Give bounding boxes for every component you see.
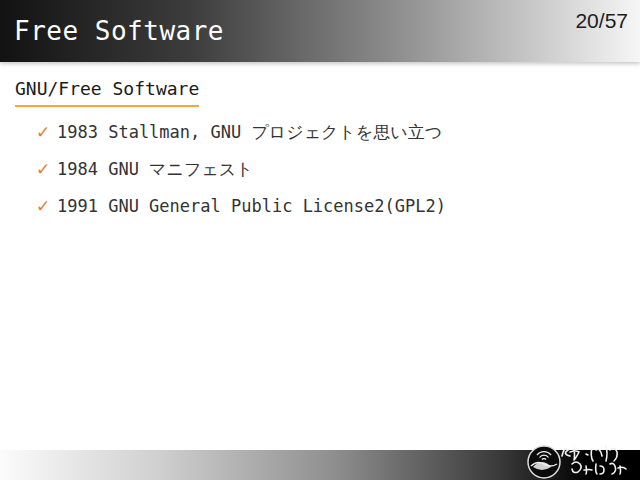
list-item: ✓ 1991 GNU General Public License2(GPL2): [36, 195, 446, 217]
calligraphy-signature-icon: [558, 442, 640, 478]
list-item: ✓ 1983 Stallman, GNU プロジェクトを思い立つ: [36, 121, 446, 143]
bullet-text: 1984 GNU マニフェスト: [57, 158, 254, 180]
page-indicator: 20/57: [575, 9, 628, 33]
slide-header: Free Software 20/57: [0, 0, 640, 62]
bullet-list: ✓ 1983 Stallman, GNU プロジェクトを思い立つ ✓ 1984 …: [36, 121, 446, 232]
list-item: ✓ 1984 GNU マニフェスト: [36, 158, 446, 180]
bullet-text: 1983 Stallman, GNU プロジェクトを思い立つ: [57, 121, 442, 143]
slide: Free Software 20/57 GNU/Free Software ✓ …: [0, 0, 640, 480]
check-icon: ✓: [36, 121, 57, 143]
check-icon: ✓: [36, 158, 57, 180]
check-icon: ✓: [36, 195, 57, 217]
section-heading: GNU/Free Software: [15, 78, 199, 107]
bullet-text: 1991 GNU General Public License2(GPL2): [57, 195, 446, 217]
slide-title: Free Software: [0, 16, 224, 46]
